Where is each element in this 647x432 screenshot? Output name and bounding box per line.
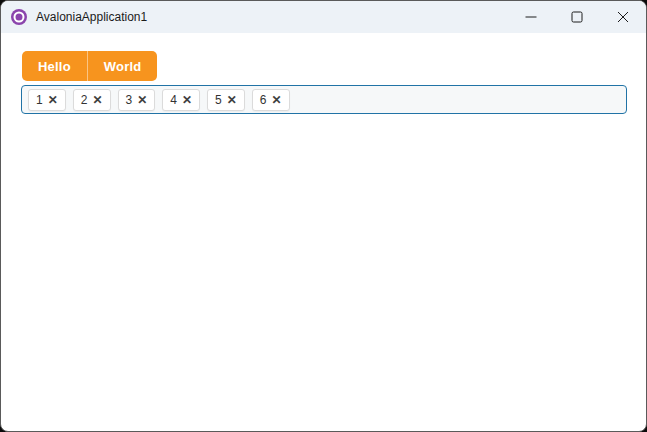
- chip-remove-icon[interactable]: ✕: [137, 94, 147, 106]
- chip-item: 1 ✕: [28, 89, 66, 111]
- minimize-button[interactable]: [508, 1, 554, 33]
- chip-item: 2 ✕: [73, 89, 111, 111]
- chip-remove-icon[interactable]: ✕: [271, 94, 281, 106]
- window-title: AvaloniaApplication1: [36, 10, 147, 24]
- chip-value: 1: [36, 93, 43, 107]
- tab-world[interactable]: World: [87, 51, 158, 81]
- chip-item: 6 ✕: [252, 89, 290, 111]
- avalonia-logo-ring: [14, 12, 25, 23]
- app-window: AvaloniaApplication1 Hello: [0, 0, 647, 432]
- chip-value: 3: [126, 93, 133, 107]
- close-icon: [617, 11, 629, 23]
- chip-value: 2: [81, 93, 88, 107]
- chip-remove-icon[interactable]: ✕: [48, 94, 58, 106]
- maximize-button[interactable]: [554, 1, 600, 33]
- tab-strip: Hello World: [22, 51, 157, 81]
- tab-hello[interactable]: Hello: [22, 51, 87, 81]
- minimize-icon: [525, 11, 537, 23]
- chip-remove-icon[interactable]: ✕: [92, 94, 102, 106]
- chip-item: 3 ✕: [118, 89, 156, 111]
- chips-container[interactable]: 1 ✕ 2 ✕ 3 ✕ 4 ✕ 5 ✕ 6 ✕: [21, 85, 627, 114]
- titlebar: AvaloniaApplication1: [1, 1, 646, 33]
- avalonia-logo-icon: [11, 9, 27, 25]
- close-button[interactable]: [600, 1, 646, 33]
- chip-remove-icon[interactable]: ✕: [182, 94, 192, 106]
- content-area: Hello World 1 ✕ 2 ✕ 3 ✕ 4 ✕ 5 ✕: [1, 33, 646, 114]
- chip-item: 4 ✕: [162, 89, 200, 111]
- chip-value: 5: [215, 93, 222, 107]
- chip-remove-icon[interactable]: ✕: [227, 94, 237, 106]
- maximize-icon: [571, 11, 583, 23]
- chip-value: 6: [260, 93, 267, 107]
- window-controls: [508, 1, 646, 33]
- chip-item: 5 ✕: [207, 89, 245, 111]
- chip-value: 4: [170, 93, 177, 107]
